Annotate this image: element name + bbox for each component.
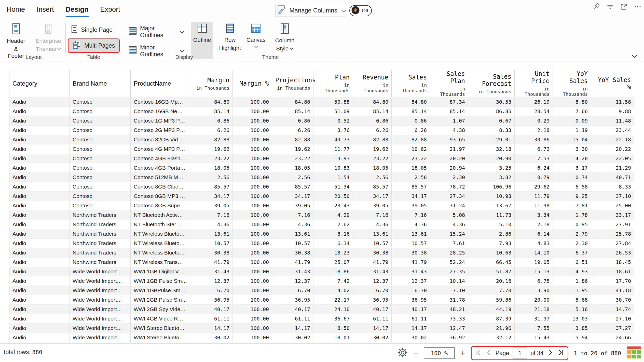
first-page-button[interactable] <box>475 349 482 357</box>
table-row: AudioContosoContoso 8GB Cloc…85.57100.00… <box>9 182 634 192</box>
pin-icon[interactable] <box>592 3 601 11</box>
cell: 40.71 <box>591 173 634 182</box>
table-brand-icon <box>627 346 641 360</box>
zoom-level-field[interactable]: 100 % <box>424 347 455 359</box>
last-page-button[interactable] <box>557 349 564 357</box>
cell: Contoso <box>70 97 131 107</box>
cell: 93.65 <box>430 135 468 144</box>
cell: Audio <box>9 210 70 220</box>
cell: 61.11 <box>392 314 430 324</box>
filter-icon[interactable] <box>606 3 614 11</box>
page-number-input[interactable]: 1 <box>513 347 527 359</box>
next-page-button[interactable] <box>547 349 554 357</box>
cell: 20.22 <box>591 144 634 154</box>
row-highlight-button[interactable]: Row Highlight <box>217 22 243 59</box>
ribbon-tabs: Home Insert Design Export <box>7 6 120 17</box>
cell: 36.95 <box>272 295 313 305</box>
cell: 7.10 <box>430 286 468 295</box>
cell: 30.38 <box>392 248 430 258</box>
cell: 13.61 <box>392 229 430 239</box>
column-header-margin-[interactable]: Margin % <box>233 70 272 97</box>
column-header-yoy-sales[interactable]: YoY Salesin Thousands <box>553 70 591 97</box>
column-header-productname[interactable]: ProductName <box>131 70 190 97</box>
cell: 18.01 <box>313 333 353 342</box>
popout-icon[interactable] <box>620 3 628 11</box>
cell: 40.17 <box>392 305 430 314</box>
cell: Contoso <box>70 154 131 163</box>
ribbon-collapse-button[interactable] <box>631 55 638 60</box>
cell: Contoso <box>70 107 131 116</box>
cell: 100.00 <box>233 229 272 239</box>
cell: 20.16 <box>468 276 515 286</box>
cell: 40.17 <box>272 305 313 314</box>
zoom-out-button[interactable]: − <box>413 349 418 357</box>
cell: 36.95 <box>392 295 430 305</box>
cell: 30.02 <box>190 333 233 342</box>
settings-gear-icon[interactable] <box>398 347 408 359</box>
cell: 85.57 <box>190 182 233 192</box>
multi-pages-button[interactable]: Multi Pages <box>68 38 120 53</box>
cell: 26.19 <box>515 97 553 107</box>
column-header-sales-plan[interactable]: Sales Planin Thousands <box>430 70 468 97</box>
cell: 28.25 <box>430 248 468 258</box>
column-header-plan[interactable]: Planin Thousands <box>313 70 353 97</box>
table-row: AudioWide World Import…WWI 1GB Digital V… <box>9 267 634 276</box>
cell: 30.02 <box>272 333 313 342</box>
column-header-unit-price[interactable]: Unit Pricein Thousands <box>515 70 553 97</box>
cell: 20.50 <box>313 192 353 201</box>
cell: 3.90 <box>515 286 553 295</box>
column-header-sales-forecast[interactable]: Sales Forecastin Thousands <box>468 70 515 97</box>
cell: 6.75 <box>515 276 553 286</box>
cell: 18.86 <box>313 267 353 276</box>
tab-export[interactable]: Export <box>100 6 120 17</box>
cell: 10.57 <box>272 239 313 248</box>
tab-home[interactable]: Home <box>7 6 25 17</box>
cell: 13.67 <box>468 201 515 210</box>
cell: 7.81 <box>553 201 591 210</box>
column-header-brand-name[interactable]: Brand Name <box>70 70 131 97</box>
button-label: Themes <box>36 46 61 52</box>
column-header-margin[interactable]: Marginin Thousands <box>190 70 233 97</box>
power-toggle[interactable]: Off <box>349 5 372 16</box>
zoom-in-button[interactable]: + <box>460 349 465 357</box>
cell: 0.67 <box>468 116 515 126</box>
tab-insert[interactable]: Insert <box>37 6 54 17</box>
cell: 85.14 <box>392 107 430 116</box>
button-label: Style <box>276 45 293 52</box>
column-header-category[interactable]: Category <box>9 70 70 97</box>
major-gridlines-button[interactable]: Major Gridlines <box>125 23 187 40</box>
column-style-button[interactable]: Column Style <box>273 22 296 53</box>
cell: 44.19 <box>468 305 515 314</box>
cell: 0.86 <box>190 116 233 126</box>
column-header-sales[interactable]: Salesin Thousands <box>392 70 430 97</box>
cell: Audio <box>9 116 70 126</box>
cell: 27.84 <box>591 239 634 248</box>
more-icon[interactable] <box>633 3 642 11</box>
cell: 85.14 <box>190 107 233 116</box>
tab-design[interactable]: Design <box>66 6 89 17</box>
column-header-yoy-sales-[interactable]: YoY Sales % <box>591 70 634 97</box>
cell: 18.05 <box>353 163 392 173</box>
cell: Audio <box>9 154 70 163</box>
column-header-revenue[interactable]: Revenuein Thousands <box>353 70 392 97</box>
cell: 100.00 <box>233 154 272 163</box>
column-header-projections[interactable]: Projectionsin Thousands <box>272 70 313 97</box>
canvas-button[interactable]: Canvas <box>244 22 268 53</box>
previous-page-button[interactable] <box>485 349 492 357</box>
outline-button[interactable]: Outline <box>191 22 213 59</box>
cell: 85.14 <box>430 107 468 116</box>
group-label-table: Table <box>68 54 120 60</box>
cell: 10.57 <box>353 239 392 248</box>
single-page-button[interactable]: Single Page <box>68 23 120 36</box>
manage-columns-button[interactable]: Manage Columns <box>276 4 346 17</box>
cell: 51.34 <box>313 182 353 192</box>
cell: 84.80 <box>392 97 430 107</box>
cell: 29.01 <box>468 135 515 144</box>
cell: Audio <box>9 295 70 305</box>
cell: 3.17 <box>553 163 591 173</box>
cell: 13.61 <box>353 229 392 239</box>
cell: 39.05 <box>272 201 313 210</box>
table-row: AudioContosoContoso 2G MP3 P…6.26100.006… <box>9 126 634 135</box>
cell: 73.33 <box>430 314 468 324</box>
button-label: Single Page <box>81 26 113 33</box>
